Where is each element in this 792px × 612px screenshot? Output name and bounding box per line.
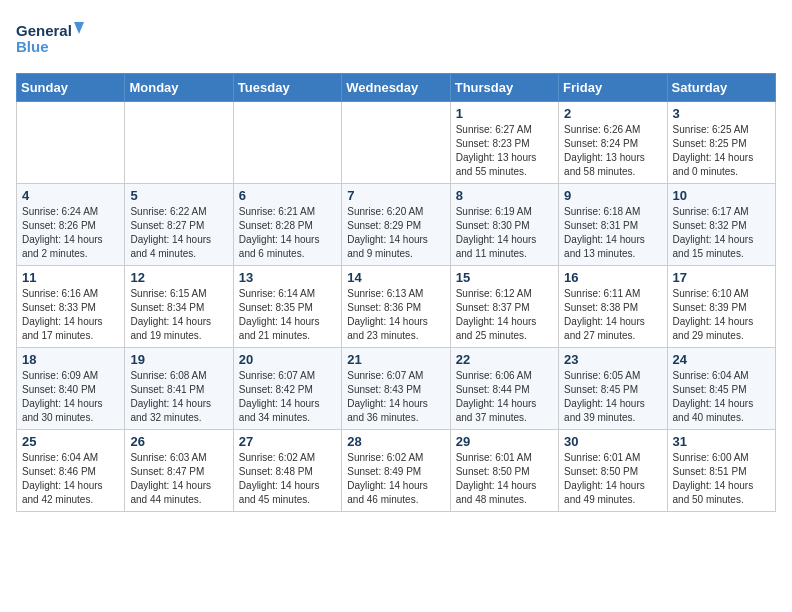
cell-info: Sunrise: 6:08 AMSunset: 8:41 PMDaylight:…	[130, 369, 227, 425]
cell-info: Sunrise: 6:16 AMSunset: 8:33 PMDaylight:…	[22, 287, 119, 343]
cell-info: Sunrise: 6:12 AMSunset: 8:37 PMDaylight:…	[456, 287, 553, 343]
calendar-cell: 29Sunrise: 6:01 AMSunset: 8:50 PMDayligh…	[450, 430, 558, 512]
day-number: 19	[130, 352, 227, 367]
day-number: 4	[22, 188, 119, 203]
calendar-cell: 19Sunrise: 6:08 AMSunset: 8:41 PMDayligh…	[125, 348, 233, 430]
cell-info: Sunrise: 6:22 AMSunset: 8:27 PMDaylight:…	[130, 205, 227, 261]
day-number: 17	[673, 270, 770, 285]
cell-info: Sunrise: 6:07 AMSunset: 8:43 PMDaylight:…	[347, 369, 444, 425]
cell-info: Sunrise: 6:25 AMSunset: 8:25 PMDaylight:…	[673, 123, 770, 179]
weekday-header: Thursday	[450, 74, 558, 102]
calendar-week-row: 11Sunrise: 6:16 AMSunset: 8:33 PMDayligh…	[17, 266, 776, 348]
calendar-cell: 6Sunrise: 6:21 AMSunset: 8:28 PMDaylight…	[233, 184, 341, 266]
cell-info: Sunrise: 6:21 AMSunset: 8:28 PMDaylight:…	[239, 205, 336, 261]
calendar-cell: 20Sunrise: 6:07 AMSunset: 8:42 PMDayligh…	[233, 348, 341, 430]
day-number: 26	[130, 434, 227, 449]
calendar-cell: 12Sunrise: 6:15 AMSunset: 8:34 PMDayligh…	[125, 266, 233, 348]
calendar-cell: 4Sunrise: 6:24 AMSunset: 8:26 PMDaylight…	[17, 184, 125, 266]
day-number: 22	[456, 352, 553, 367]
weekday-header: Saturday	[667, 74, 775, 102]
day-number: 31	[673, 434, 770, 449]
cell-info: Sunrise: 6:15 AMSunset: 8:34 PMDaylight:…	[130, 287, 227, 343]
calendar-cell: 2Sunrise: 6:26 AMSunset: 8:24 PMDaylight…	[559, 102, 667, 184]
svg-text:General: General	[16, 22, 72, 39]
day-number: 27	[239, 434, 336, 449]
calendar-week-row: 25Sunrise: 6:04 AMSunset: 8:46 PMDayligh…	[17, 430, 776, 512]
weekday-header: Friday	[559, 74, 667, 102]
calendar-cell: 9Sunrise: 6:18 AMSunset: 8:31 PMDaylight…	[559, 184, 667, 266]
day-number: 14	[347, 270, 444, 285]
day-number: 3	[673, 106, 770, 121]
cell-info: Sunrise: 6:24 AMSunset: 8:26 PMDaylight:…	[22, 205, 119, 261]
calendar-cell: 30Sunrise: 6:01 AMSunset: 8:50 PMDayligh…	[559, 430, 667, 512]
calendar-cell: 1Sunrise: 6:27 AMSunset: 8:23 PMDaylight…	[450, 102, 558, 184]
cell-info: Sunrise: 6:11 AMSunset: 8:38 PMDaylight:…	[564, 287, 661, 343]
logo-svg: General Blue	[16, 16, 86, 61]
weekday-header: Monday	[125, 74, 233, 102]
calendar-cell: 18Sunrise: 6:09 AMSunset: 8:40 PMDayligh…	[17, 348, 125, 430]
day-number: 6	[239, 188, 336, 203]
svg-marker-2	[74, 22, 84, 34]
day-number: 9	[564, 188, 661, 203]
cell-info: Sunrise: 6:14 AMSunset: 8:35 PMDaylight:…	[239, 287, 336, 343]
calendar-cell: 10Sunrise: 6:17 AMSunset: 8:32 PMDayligh…	[667, 184, 775, 266]
calendar-cell: 22Sunrise: 6:06 AMSunset: 8:44 PMDayligh…	[450, 348, 558, 430]
calendar-cell: 24Sunrise: 6:04 AMSunset: 8:45 PMDayligh…	[667, 348, 775, 430]
day-number: 15	[456, 270, 553, 285]
cell-info: Sunrise: 6:02 AMSunset: 8:49 PMDaylight:…	[347, 451, 444, 507]
day-number: 12	[130, 270, 227, 285]
calendar-cell: 25Sunrise: 6:04 AMSunset: 8:46 PMDayligh…	[17, 430, 125, 512]
day-number: 5	[130, 188, 227, 203]
cell-info: Sunrise: 6:20 AMSunset: 8:29 PMDaylight:…	[347, 205, 444, 261]
day-number: 23	[564, 352, 661, 367]
cell-info: Sunrise: 6:13 AMSunset: 8:36 PMDaylight:…	[347, 287, 444, 343]
calendar-cell	[125, 102, 233, 184]
cell-info: Sunrise: 6:03 AMSunset: 8:47 PMDaylight:…	[130, 451, 227, 507]
day-number: 7	[347, 188, 444, 203]
day-number: 24	[673, 352, 770, 367]
day-number: 21	[347, 352, 444, 367]
day-number: 28	[347, 434, 444, 449]
cell-info: Sunrise: 6:19 AMSunset: 8:30 PMDaylight:…	[456, 205, 553, 261]
calendar-cell: 8Sunrise: 6:19 AMSunset: 8:30 PMDaylight…	[450, 184, 558, 266]
calendar-cell: 26Sunrise: 6:03 AMSunset: 8:47 PMDayligh…	[125, 430, 233, 512]
weekday-header: Tuesday	[233, 74, 341, 102]
cell-info: Sunrise: 6:04 AMSunset: 8:46 PMDaylight:…	[22, 451, 119, 507]
cell-info: Sunrise: 6:01 AMSunset: 8:50 PMDaylight:…	[564, 451, 661, 507]
day-number: 10	[673, 188, 770, 203]
day-number: 18	[22, 352, 119, 367]
calendar-cell: 13Sunrise: 6:14 AMSunset: 8:35 PMDayligh…	[233, 266, 341, 348]
day-number: 16	[564, 270, 661, 285]
day-number: 13	[239, 270, 336, 285]
calendar-week-row: 4Sunrise: 6:24 AMSunset: 8:26 PMDaylight…	[17, 184, 776, 266]
day-number: 20	[239, 352, 336, 367]
day-number: 30	[564, 434, 661, 449]
cell-info: Sunrise: 6:09 AMSunset: 8:40 PMDaylight:…	[22, 369, 119, 425]
day-number: 1	[456, 106, 553, 121]
cell-info: Sunrise: 6:02 AMSunset: 8:48 PMDaylight:…	[239, 451, 336, 507]
logo: General Blue	[16, 16, 86, 61]
cell-info: Sunrise: 6:05 AMSunset: 8:45 PMDaylight:…	[564, 369, 661, 425]
calendar-cell: 31Sunrise: 6:00 AMSunset: 8:51 PMDayligh…	[667, 430, 775, 512]
calendar-cell	[17, 102, 125, 184]
cell-info: Sunrise: 6:04 AMSunset: 8:45 PMDaylight:…	[673, 369, 770, 425]
cell-info: Sunrise: 6:07 AMSunset: 8:42 PMDaylight:…	[239, 369, 336, 425]
cell-info: Sunrise: 6:00 AMSunset: 8:51 PMDaylight:…	[673, 451, 770, 507]
calendar-cell: 27Sunrise: 6:02 AMSunset: 8:48 PMDayligh…	[233, 430, 341, 512]
calendar-cell: 14Sunrise: 6:13 AMSunset: 8:36 PMDayligh…	[342, 266, 450, 348]
calendar-week-row: 18Sunrise: 6:09 AMSunset: 8:40 PMDayligh…	[17, 348, 776, 430]
calendar-cell: 16Sunrise: 6:11 AMSunset: 8:38 PMDayligh…	[559, 266, 667, 348]
day-number: 11	[22, 270, 119, 285]
day-number: 29	[456, 434, 553, 449]
calendar-cell: 7Sunrise: 6:20 AMSunset: 8:29 PMDaylight…	[342, 184, 450, 266]
calendar-cell: 17Sunrise: 6:10 AMSunset: 8:39 PMDayligh…	[667, 266, 775, 348]
day-number: 25	[22, 434, 119, 449]
svg-text:Blue: Blue	[16, 38, 49, 55]
calendar-cell: 21Sunrise: 6:07 AMSunset: 8:43 PMDayligh…	[342, 348, 450, 430]
cell-info: Sunrise: 6:06 AMSunset: 8:44 PMDaylight:…	[456, 369, 553, 425]
calendar-week-row: 1Sunrise: 6:27 AMSunset: 8:23 PMDaylight…	[17, 102, 776, 184]
page-header: General Blue	[16, 16, 776, 61]
day-number: 8	[456, 188, 553, 203]
weekday-header-row: SundayMondayTuesdayWednesdayThursdayFrid…	[17, 74, 776, 102]
calendar-cell: 28Sunrise: 6:02 AMSunset: 8:49 PMDayligh…	[342, 430, 450, 512]
